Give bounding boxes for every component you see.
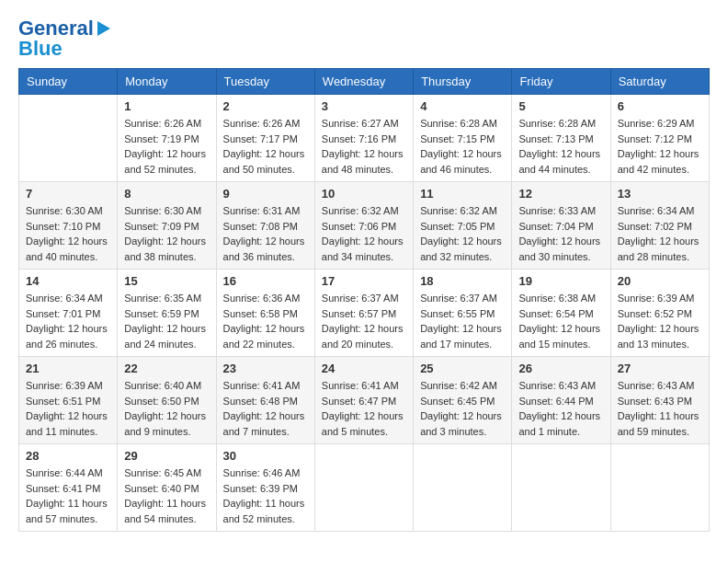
daylight-label: Daylight: 12 hours and 22 minutes. bbox=[223, 323, 305, 350]
daylight-label: Daylight: 12 hours and 42 minutes. bbox=[618, 148, 700, 175]
calendar-cell: 6 Sunrise: 6:29 AM Sunset: 7:12 PM Dayli… bbox=[610, 95, 709, 182]
sunset-time: 6:52 PM bbox=[654, 308, 692, 319]
sunrise-label: Sunrise: bbox=[26, 380, 65, 391]
day-info: Sunrise: 6:27 AM Sunset: 7:16 PM Dayligh… bbox=[322, 116, 406, 177]
calendar-cell bbox=[512, 444, 610, 532]
sunset-time: 6:45 PM bbox=[457, 396, 495, 407]
sunset-label: Sunset: bbox=[618, 133, 654, 144]
sunset-time: 7:09 PM bbox=[162, 221, 199, 232]
sunset-time: 6:39 PM bbox=[260, 483, 298, 494]
weekday-header-thursday: Thursday bbox=[414, 69, 512, 95]
daylight-label: Daylight: 12 hours and 17 minutes. bbox=[420, 323, 502, 350]
calendar-cell: 21 Sunrise: 6:39 AM Sunset: 6:51 PM Dayl… bbox=[19, 357, 118, 444]
sunset-label: Sunset: bbox=[518, 396, 555, 407]
calendar-cell: 24 Sunrise: 6:41 AM Sunset: 6:47 PM Dayl… bbox=[314, 357, 413, 444]
day-info: Sunrise: 6:34 AM Sunset: 7:01 PM Dayligh… bbox=[26, 291, 110, 351]
sunrise-label: Sunrise: bbox=[518, 293, 558, 304]
sunset-time: 7:06 PM bbox=[358, 221, 396, 232]
sunrise-label: Sunrise: bbox=[618, 293, 657, 304]
calendar-cell: 30 Sunrise: 6:46 AM Sunset: 6:39 PM Dayl… bbox=[216, 444, 314, 532]
sunrise-label: Sunrise: bbox=[124, 205, 164, 216]
weekday-header-friday: Friday bbox=[512, 69, 610, 95]
sunset-label: Sunset: bbox=[618, 308, 654, 319]
sunset-label: Sunset: bbox=[420, 308, 457, 319]
calendar-cell: 26 Sunrise: 6:43 AM Sunset: 6:44 PM Dayl… bbox=[512, 357, 610, 444]
day-number: 5 bbox=[518, 99, 603, 113]
daylight-label: Daylight: 12 hours and 26 minutes. bbox=[26, 323, 108, 350]
daylight-label: Daylight: 12 hours and 40 minutes. bbox=[26, 236, 108, 262]
calendar-cell: 7 Sunrise: 6:30 AM Sunset: 7:10 PM Dayli… bbox=[19, 182, 118, 270]
daylight-label: Daylight: 12 hours and 38 minutes. bbox=[124, 236, 206, 262]
sunset-time: 6:55 PM bbox=[457, 308, 495, 319]
sunset-label: Sunset: bbox=[26, 483, 63, 494]
day-number: 18 bbox=[420, 274, 505, 288]
sunset-time: 6:57 PM bbox=[358, 308, 396, 319]
sunrise-label: Sunrise: bbox=[26, 205, 65, 216]
sunrise-time: 6:26 AM bbox=[263, 118, 300, 129]
sunset-time: 7:17 PM bbox=[260, 133, 298, 144]
sunrise-time: 6:37 AM bbox=[361, 293, 398, 304]
weekday-header-wednesday: Wednesday bbox=[314, 69, 413, 95]
daylight-label: Daylight: 12 hours and 28 minutes. bbox=[618, 236, 700, 262]
day-info: Sunrise: 6:39 AM Sunset: 6:51 PM Dayligh… bbox=[26, 378, 110, 439]
sunrise-label: Sunrise: bbox=[322, 293, 361, 304]
sunrise-label: Sunrise: bbox=[223, 380, 263, 391]
sunset-label: Sunset: bbox=[223, 308, 260, 319]
day-info: Sunrise: 6:46 AM Sunset: 6:39 PM Dayligh… bbox=[223, 465, 308, 526]
calendar-cell: 19 Sunrise: 6:38 AM Sunset: 6:54 PM Dayl… bbox=[512, 270, 610, 357]
calendar-cell bbox=[19, 95, 118, 182]
day-number: 22 bbox=[124, 362, 209, 375]
sunset-label: Sunset: bbox=[223, 221, 260, 232]
sunset-label: Sunset: bbox=[124, 308, 161, 319]
sunrise-label: Sunrise: bbox=[420, 205, 460, 216]
daylight-label: Daylight: 12 hours and 13 minutes. bbox=[618, 323, 700, 350]
sunset-label: Sunset: bbox=[618, 396, 654, 407]
day-info: Sunrise: 6:30 AM Sunset: 7:10 PM Dayligh… bbox=[26, 203, 110, 264]
day-info: Sunrise: 6:35 AM Sunset: 6:59 PM Dayligh… bbox=[124, 291, 209, 351]
day-info: Sunrise: 6:28 AM Sunset: 7:15 PM Dayligh… bbox=[420, 116, 505, 177]
sunset-label: Sunset: bbox=[518, 308, 555, 319]
calendar-cell: 22 Sunrise: 6:40 AM Sunset: 6:50 PM Dayl… bbox=[118, 357, 216, 444]
day-info: Sunrise: 6:39 AM Sunset: 6:52 PM Dayligh… bbox=[618, 291, 702, 351]
daylight-label: Daylight: 12 hours and 1 minute. bbox=[518, 410, 600, 437]
day-info: Sunrise: 6:45 AM Sunset: 6:40 PM Dayligh… bbox=[124, 465, 209, 526]
day-info: Sunrise: 6:37 AM Sunset: 6:57 PM Dayligh… bbox=[322, 291, 406, 351]
daylight-label: Daylight: 12 hours and 7 minutes. bbox=[223, 410, 305, 437]
weekday-header-tuesday: Tuesday bbox=[216, 69, 314, 95]
day-info: Sunrise: 6:34 AM Sunset: 7:02 PM Dayligh… bbox=[618, 203, 702, 264]
day-number: 9 bbox=[223, 187, 308, 201]
sunrise-label: Sunrise: bbox=[124, 467, 164, 478]
sunset-label: Sunset: bbox=[420, 396, 457, 407]
calendar-header: SundayMondayTuesdayWednesdayThursdayFrid… bbox=[19, 69, 710, 95]
day-info: Sunrise: 6:30 AM Sunset: 7:09 PM Dayligh… bbox=[124, 203, 209, 264]
sunset-time: 6:48 PM bbox=[260, 396, 298, 407]
sunrise-label: Sunrise: bbox=[223, 205, 263, 216]
sunrise-label: Sunrise: bbox=[322, 118, 361, 129]
sunrise-time: 6:42 AM bbox=[461, 380, 497, 391]
sunrise-label: Sunrise: bbox=[618, 380, 657, 391]
day-number: 19 bbox=[518, 274, 603, 288]
day-info: Sunrise: 6:38 AM Sunset: 6:54 PM Dayligh… bbox=[518, 291, 603, 351]
sunrise-time: 6:36 AM bbox=[263, 293, 300, 304]
day-info: Sunrise: 6:43 AM Sunset: 6:44 PM Dayligh… bbox=[518, 378, 603, 439]
sunset-time: 7:13 PM bbox=[556, 133, 594, 144]
sunset-time: 6:47 PM bbox=[358, 396, 396, 407]
day-number: 21 bbox=[26, 362, 110, 375]
calendar-body: 1 Sunrise: 6:26 AM Sunset: 7:19 PM Dayli… bbox=[19, 95, 710, 532]
day-number: 14 bbox=[26, 274, 110, 288]
day-info: Sunrise: 6:40 AM Sunset: 6:50 PM Dayligh… bbox=[124, 378, 209, 439]
sunrise-label: Sunrise: bbox=[124, 293, 164, 304]
sunrise-time: 6:43 AM bbox=[657, 380, 694, 391]
sunrise-label: Sunrise: bbox=[26, 293, 65, 304]
daylight-label: Daylight: 12 hours and 11 minutes. bbox=[26, 410, 108, 437]
sunset-label: Sunset: bbox=[420, 221, 457, 232]
daylight-label: Daylight: 12 hours and 3 minutes. bbox=[420, 410, 502, 437]
calendar-cell: 14 Sunrise: 6:34 AM Sunset: 7:01 PM Dayl… bbox=[19, 270, 118, 357]
day-info: Sunrise: 6:41 AM Sunset: 6:47 PM Dayligh… bbox=[322, 378, 406, 439]
day-info: Sunrise: 6:44 AM Sunset: 6:41 PM Dayligh… bbox=[26, 465, 110, 526]
sunrise-label: Sunrise: bbox=[618, 205, 657, 216]
calendar-cell: 4 Sunrise: 6:28 AM Sunset: 7:15 PM Dayli… bbox=[414, 95, 512, 182]
day-number: 10 bbox=[322, 187, 406, 201]
sunrise-time: 6:26 AM bbox=[165, 118, 201, 129]
sunset-time: 7:19 PM bbox=[162, 133, 199, 144]
